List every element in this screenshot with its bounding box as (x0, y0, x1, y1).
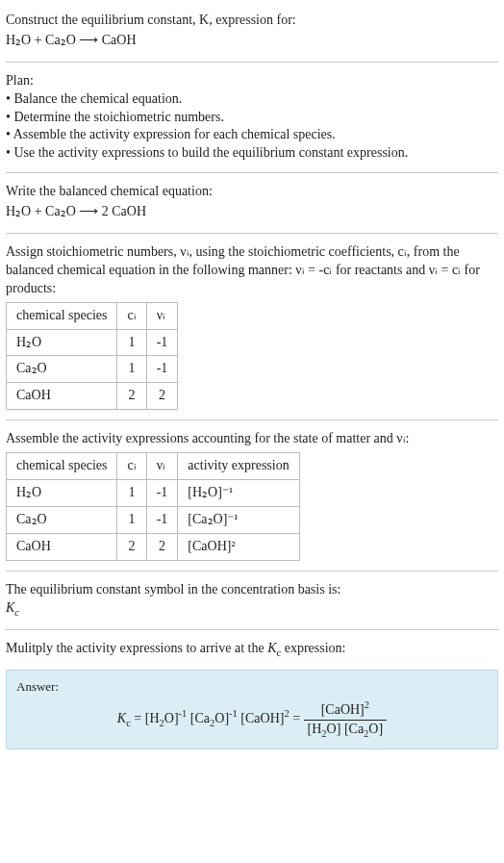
table-row: H₂O 1 -1 (7, 329, 178, 356)
multiply-heading: Mulitply the activity expressions to arr… (6, 640, 498, 660)
cell-species: H₂O (7, 329, 117, 356)
table-row: H₂O 1 -1 [H₂O]⁻¹ (7, 480, 300, 507)
divider (6, 62, 498, 63)
cell-ci: 1 (117, 506, 146, 533)
cell-species: CaOH (7, 533, 117, 560)
col-nui: νᵢ (146, 302, 178, 329)
cell-ci: 2 (117, 383, 146, 410)
cell-activity: [H₂O]⁻¹ (178, 480, 299, 507)
cell-ci: 1 (117, 480, 146, 507)
plan-bullet-4: • Use the activity expressions to build … (6, 144, 498, 163)
plan-bullet-3: • Assemble the activity expression for e… (6, 126, 498, 144)
cell-nui: -1 (146, 356, 178, 383)
col-species: chemical species (7, 453, 117, 480)
stoich-heading: Assign stoichiometric numbers, νᵢ, using… (6, 243, 498, 298)
col-nui: νᵢ (146, 453, 178, 480)
plan-heading: Plan: (6, 72, 498, 90)
balanced-heading: Write the balanced chemical equation: (6, 183, 498, 201)
table-row: Ca₂O 1 -1 (7, 356, 178, 383)
activity-heading: Assemble the activity expressions accoun… (6, 430, 498, 448)
cell-nui: -1 (146, 329, 178, 356)
col-activity: activity expression (178, 453, 299, 480)
table-row: CaOH 2 2 (7, 383, 178, 410)
plan-bullet-2: • Determine the stoichiometric numbers. (6, 109, 498, 127)
table-row: CaOH 2 2 [CaOH]² (7, 533, 300, 560)
col-species: chemical species (7, 302, 117, 329)
cell-nui: 2 (146, 533, 178, 560)
stoich: Assign stoichiometric numbers, νᵢ, using… (6, 238, 498, 416)
balanced-equation: H₂O + Ca₂O ⟶ 2 CaOH (6, 203, 498, 221)
symbol-heading: The equilibrium constant symbol in the c… (6, 581, 498, 599)
divider (6, 571, 498, 571)
cell-activity: [Ca₂O]⁻¹ (178, 506, 299, 533)
answer-numerator: [CaOH]2 (304, 698, 388, 721)
activity-table: chemical species cᵢ νᵢ activity expressi… (6, 452, 300, 561)
answer-expression: Kc = [H2O]-1 [Ca2O]-1 [CaOH]2 = [CaOH]2 … (16, 698, 488, 741)
stoich-table: chemical species cᵢ νᵢ H₂O 1 -1 Ca₂O 1 -… (6, 302, 178, 411)
cell-nui: 2 (146, 383, 178, 410)
cell-activity: [CaOH]² (178, 533, 299, 560)
plan: Plan: • Balance the chemical equation. •… (6, 66, 498, 168)
plan-bullet-1: • Balance the chemical equation. (6, 90, 498, 109)
cell-species: Ca₂O (7, 506, 117, 533)
divider (6, 172, 498, 173)
col-ci: cᵢ (117, 453, 146, 480)
divider (6, 629, 498, 630)
answer-denominator: [H2O] [Ca2O] (304, 721, 388, 741)
table-row: chemical species cᵢ νᵢ activity expressi… (7, 453, 300, 480)
divider (6, 233, 498, 234)
answer-label: Answer: (16, 678, 488, 696)
answer-box: Answer: Kc = [H2O]-1 [Ca2O]-1 [CaOH]2 = … (6, 670, 498, 749)
intro: Construct the equilibrium constant, K, e… (6, 4, 498, 58)
symbol-value: Kc (6, 599, 498, 620)
cell-species: CaOH (7, 383, 117, 410)
multiply: Mulitply the activity expressions to arr… (6, 634, 498, 666)
cell-nui: -1 (146, 506, 178, 533)
balanced: Write the balanced chemical equation: H₂… (6, 177, 498, 229)
col-ci: cᵢ (117, 302, 146, 329)
intro-equation: H₂O + Ca₂O ⟶ CaOH (6, 32, 498, 50)
cell-ci: 1 (117, 329, 146, 356)
table-row: Ca₂O 1 -1 [Ca₂O]⁻¹ (7, 506, 300, 533)
divider (6, 419, 498, 420)
cell-ci: 1 (117, 356, 146, 383)
cell-ci: 2 (117, 533, 146, 560)
activity: Assemble the activity expressions accoun… (6, 424, 498, 566)
cell-nui: -1 (146, 480, 178, 507)
intro-line1: Construct the equilibrium constant, K, e… (6, 12, 498, 30)
table-row: chemical species cᵢ νᵢ (7, 302, 178, 329)
cell-species: Ca₂O (7, 356, 117, 383)
symbol: The equilibrium constant symbol in the c… (6, 575, 498, 625)
cell-species: H₂O (7, 480, 117, 507)
